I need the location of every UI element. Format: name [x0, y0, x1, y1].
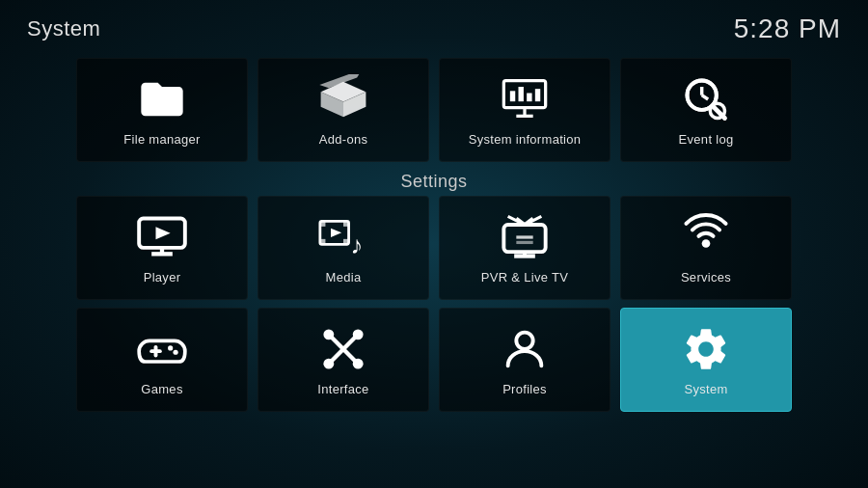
tile-games[interactable]: Games	[76, 308, 248, 412]
settings-section-label: Settings	[0, 166, 868, 196]
services-icon	[678, 212, 734, 262]
profiles-icon	[497, 324, 553, 374]
svg-point-48	[353, 358, 364, 368]
settings-row-1: Player ♪ Media	[0, 196, 868, 308]
tile-file-manager[interactable]: File manager	[76, 58, 248, 162]
page-title: System	[27, 16, 100, 41]
tile-interface[interactable]: Interface	[258, 308, 429, 412]
svg-rect-9	[519, 87, 524, 101]
system-information-icon	[497, 74, 553, 124]
tile-pvr-live-tv-label: PVR & Live TV	[481, 270, 568, 285]
tile-player-label: Player	[144, 270, 181, 285]
svg-marker-19	[156, 227, 171, 239]
svg-rect-11	[535, 89, 540, 101]
event-log-icon	[678, 74, 734, 124]
svg-rect-8	[510, 91, 515, 101]
svg-marker-27	[331, 228, 341, 236]
tile-system-information-label: System information	[469, 132, 582, 147]
tile-system-label: System	[684, 382, 727, 396]
settings-row-2: Games Interface Profiles	[0, 308, 868, 420]
svg-rect-10	[527, 93, 531, 101]
tile-services[interactable]: Services	[620, 196, 792, 300]
tile-add-ons-label: Add-ons	[319, 132, 368, 147]
svg-rect-23	[320, 221, 326, 227]
svg-point-46	[353, 329, 364, 339]
svg-rect-25	[343, 221, 349, 227]
tile-interface-label: Interface	[317, 382, 368, 396]
tile-services-label: Services	[681, 270, 731, 285]
svg-point-47	[323, 358, 334, 368]
top-tiles-row: File manager Add-ons	[0, 50, 868, 166]
svg-rect-24	[320, 238, 326, 244]
tile-file-manager-label: File manager	[123, 132, 200, 147]
tile-games-label: Games	[141, 382, 182, 396]
media-icon: ♪	[315, 212, 371, 262]
tile-system-information[interactable]: System information	[439, 58, 610, 162]
games-icon	[134, 324, 190, 374]
player-icon	[134, 212, 190, 262]
tile-profiles-label: Profiles	[502, 382, 547, 396]
tile-player[interactable]: Player	[76, 196, 248, 300]
interface-icon	[315, 324, 371, 374]
tile-system[interactable]: System	[620, 308, 792, 412]
tile-profiles[interactable]: Profiles	[439, 308, 610, 412]
add-ons-icon	[315, 74, 371, 124]
system-icon	[678, 324, 734, 374]
svg-point-49	[516, 332, 532, 348]
clock: 5:28 PM	[734, 14, 841, 44]
svg-point-38	[702, 239, 711, 248]
file-manager-icon	[134, 74, 190, 124]
tile-add-ons[interactable]: Add-ons	[258, 58, 429, 162]
svg-point-45	[323, 329, 334, 339]
tile-media-label: Media	[326, 270, 362, 285]
tile-event-log[interactable]: Event log	[620, 58, 792, 162]
pvr-live-tv-icon	[497, 212, 553, 262]
svg-point-42	[173, 349, 177, 354]
svg-point-41	[168, 345, 173, 350]
svg-rect-26	[343, 238, 349, 244]
tile-media[interactable]: ♪ Media	[258, 196, 429, 300]
tile-event-log-label: Event log	[679, 132, 734, 147]
svg-line-14	[702, 95, 709, 98]
header: System 5:28 PM	[0, 0, 868, 50]
tile-pvr-live-tv[interactable]: PVR & Live TV	[439, 196, 610, 300]
svg-text:♪: ♪	[350, 230, 363, 258]
